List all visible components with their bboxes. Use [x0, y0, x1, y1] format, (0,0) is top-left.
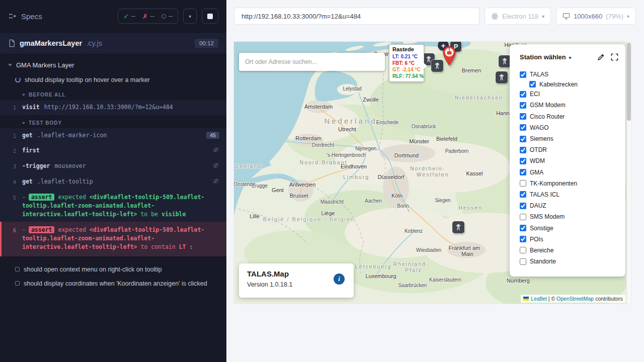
station-filter-item[interactable]: WDM: [520, 155, 618, 166]
station-filter-item[interactable]: Cisco Router: [520, 111, 618, 122]
suite-title: GMA Markers Layer: [16, 61, 74, 69]
before-all-commands: 1 visit http://192.168.10.33:3000/?m=12&…: [0, 100, 226, 115]
station-filter-item[interactable]: Standorte: [520, 256, 618, 267]
edit-pencil-icon[interactable]: [597, 53, 605, 61]
passed-stat: ✓ --: [123, 13, 135, 20]
station-filter-item[interactable]: OTDR: [520, 144, 618, 155]
station-filter-item[interactable]: WAGO: [520, 122, 618, 133]
station-filter-item[interactable]: Sonstige: [520, 222, 618, 233]
browser-label: Electron 118: [502, 13, 538, 20]
search-input[interactable]: [239, 53, 385, 71]
station-marker[interactable]: [452, 221, 464, 233]
command-method: visit: [22, 103, 40, 112]
viewport-icon: [562, 13, 570, 20]
station-filter-checkbox[interactable]: [520, 225, 526, 231]
aut-iframe: Leeuwarden Groningen Lelystad Zwolle Ams…: [234, 42, 631, 304]
station-filter-item[interactable]: DAUZ: [520, 200, 618, 211]
fullscreen-expand-icon[interactable]: [611, 53, 618, 61]
command-number: 5: [0, 193, 22, 202]
station-filter-item[interactable]: ECI: [520, 88, 618, 100]
scrollbar-track: [626, 42, 631, 304]
command-row[interactable]: 1 visit http://192.168.10.33:3000/?m=12&…: [0, 100, 226, 115]
station-filter-item[interactable]: GMA: [520, 167, 618, 178]
pending-stat: --: [162, 13, 173, 20]
command-row[interactable]: 2 first: [0, 143, 226, 159]
station-filter-checkbox[interactable]: [529, 81, 536, 87]
element-count-badge: 45: [206, 132, 219, 139]
pending-test-icon: [15, 281, 20, 286]
pending-count: --: [169, 13, 173, 20]
station-filter-checkbox[interactable]: [520, 214, 526, 220]
station-filter-item[interactable]: SMS Modem: [520, 211, 618, 222]
command-row[interactable]: 4 get .leaflet-tooltip: [0, 174, 226, 190]
electron-icon: [491, 13, 499, 20]
about-card: TALAS.Map Version 1.0.18.1 i: [239, 263, 354, 298]
command-number: 3: [0, 162, 22, 171]
test-body-section[interactable]: TEST BODY: [0, 115, 226, 128]
station-filter-checkbox[interactable]: [520, 91, 526, 98]
active-test-row[interactable]: should display tooltip on hover over a m…: [0, 73, 226, 87]
station-filter-item[interactable]: TK-Komponenten: [520, 178, 618, 189]
transmission-tower-icon: [500, 57, 509, 66]
station-marker[interactable]: [496, 71, 508, 83]
station-filter-checkbox[interactable]: [520, 258, 526, 265]
station-filter-item[interactable]: Bereiche: [520, 245, 618, 256]
command-row[interactable]: 1 get .leaflet-marker-icon 45: [0, 128, 226, 143]
station-filter-item[interactable]: TALAS ICL: [520, 189, 618, 200]
command-row[interactable]: 3 -trigger mouseover: [0, 159, 226, 174]
pending-test-row[interactable]: should open context menu on right-click …: [0, 262, 226, 277]
station-filter-checkbox[interactable]: [520, 147, 526, 153]
viewport-selector[interactable]: 1000x660 (79%) ▾: [556, 8, 636, 25]
preferences-dropdown-button[interactable]: ▾: [183, 9, 197, 24]
pending-icon: [162, 14, 166, 19]
station-filter-item[interactable]: Kabelstrecken: [529, 80, 618, 88]
before-all-section[interactable]: BEFORE ALL: [0, 87, 226, 100]
run-controls: ✓ -- ✗ -- -- ▾: [118, 9, 218, 24]
station-filter-checkbox[interactable]: [520, 236, 526, 242]
map-attribution: Leaflet | © OpenStreetMap contributors: [521, 295, 625, 303]
station-filter-checkbox[interactable]: [520, 158, 526, 164]
station-filter-checkbox[interactable]: [520, 180, 526, 187]
info-icon[interactable]: i: [334, 274, 345, 285]
pending-test-icon: [15, 267, 20, 272]
osm-link[interactable]: OpenStreetMap: [556, 296, 594, 302]
station-filter-checkbox[interactable]: [520, 247, 526, 253]
assert-failed-row[interactable]: 6 -assertexpected <div#leaflet-tooltip-5…: [0, 222, 226, 256]
station-filter-checkbox[interactable]: [520, 203, 526, 209]
assert-passed-row[interactable]: 5 -assertexpected <div#leaflet-tooltip-5…: [0, 190, 226, 222]
specs-menu-icon[interactable]: [8, 12, 16, 20]
pending-test-row[interactable]: should display coordinates when 'Koordin…: [0, 277, 226, 291]
station-filter-checkbox[interactable]: [520, 169, 526, 175]
spec-file-row[interactable]: gmaMarkersLayer.cy.js 00:12: [0, 32, 226, 54]
test-stats[interactable]: ✓ -- ✗ -- --: [118, 9, 178, 24]
panel-header: Station wählen▾: [520, 53, 618, 61]
specs-title[interactable]: Specs: [21, 12, 42, 21]
station-filter-list: TALAS Kabelstrecken ECI: [520, 69, 618, 267]
station-filter-item[interactable]: POIs: [520, 234, 618, 245]
browser-selector[interactable]: Electron 118 ▾: [485, 8, 551, 25]
spec-name: gmaMarkersLayer: [20, 39, 82, 47]
station-filter-label: Cisco Router: [530, 113, 565, 120]
suite-row[interactable]: GMA Markers Layer: [0, 54, 226, 73]
stop-run-button[interactable]: [202, 9, 218, 24]
station-filter-checkbox[interactable]: [520, 113, 526, 120]
aut-stage: Leeuwarden Groningen Lelystad Zwolle Ams…: [226, 32, 644, 362]
spec-extension: .cy.js: [86, 39, 102, 47]
station-marker[interactable]: [499, 55, 511, 67]
station-filter-checkbox[interactable]: [520, 136, 526, 142]
hovered-gma-marker[interactable]: [442, 46, 457, 68]
url-bar[interactable]: http://192.168.10.33:3000/?m=12&u=484: [234, 8, 479, 25]
leaflet-map[interactable]: Leeuwarden Groningen Lelystad Zwolle Ams…: [234, 42, 631, 304]
station-filter-checkbox[interactable]: [520, 124, 526, 131]
station-filter-item[interactable]: GSM Modem: [520, 100, 618, 111]
failed-stat: ✗ --: [142, 13, 154, 20]
scrollbar-thumb[interactable]: [627, 43, 631, 121]
station-filter-checkbox[interactable]: [520, 102, 526, 109]
station-filter-item[interactable]: TALAS: [520, 69, 618, 80]
station-filter-checkbox[interactable]: [520, 71, 526, 78]
station-filter-item[interactable]: Siemens: [520, 133, 618, 144]
leaflet-link[interactable]: Leaflet: [531, 296, 547, 302]
assert-badge: assert: [29, 226, 55, 233]
station-select-dropdown[interactable]: Station wählen▾: [520, 53, 571, 61]
station-filter-checkbox[interactable]: [520, 191, 526, 198]
